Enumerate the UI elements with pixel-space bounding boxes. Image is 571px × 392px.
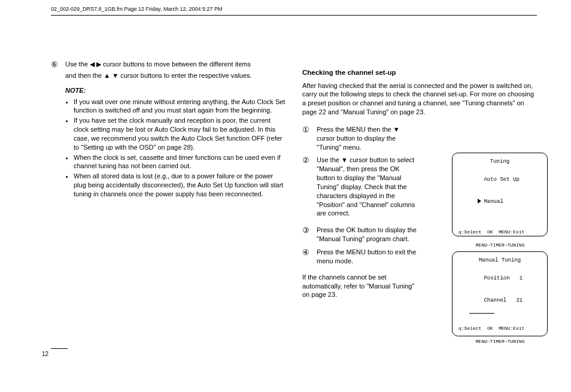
step1-c: "Tuning" menu.	[317, 144, 362, 151]
page-header: 02_002-029_DRS7.8_1GB.fm Page 12 Friday,…	[51, 6, 537, 12]
step-2: ② Use the ▼ cursor button to select "Man…	[302, 156, 419, 220]
screen-hint: q:Select OK MENU:Exit	[458, 229, 541, 236]
step6-text-d: cursor buttons to enter the respective v…	[120, 72, 252, 79]
notes-block: NOTE: If you wait over one minute withou…	[65, 86, 287, 199]
step-6: ⑥ Use the ◀ ▶ cursor buttons to move bet…	[51, 60, 287, 83]
step1-b: cursor button to display the	[317, 135, 396, 142]
step-number-3: ③	[302, 226, 312, 235]
note-item: If you have set the clock manually and r…	[74, 116, 287, 151]
step-number-1: ①	[302, 125, 312, 135]
tip-text: If the channels cannot be set automatica…	[302, 273, 419, 300]
screen2-chan: Channel 21	[458, 290, 541, 311]
triangle-right-icon: ▶	[96, 60, 101, 69]
note-item: When the clock is set, cassette and time…	[74, 153, 287, 171]
step-3: ③ Press the OK button to display the "Ma…	[302, 226, 419, 246]
header-left-text: 02_002-029_DRS7.8_1GB.fm Page 12 Friday,…	[51, 6, 223, 12]
triangle-down-icon: ▼	[112, 71, 119, 80]
step6-text-c: and then the	[65, 72, 104, 79]
step1-a: Press the MENU then the	[317, 126, 393, 133]
step6-text-b: cursor buttons to move between the diffe…	[103, 60, 251, 68]
step-number-6: ⑥	[51, 60, 60, 69]
page-number: 12	[42, 351, 48, 357]
note-item: When all stored data is lost (e.g., due …	[74, 172, 287, 199]
screen-title: Tuning	[458, 158, 541, 165]
screen2-hint: q:Select OK MENU:Exit	[458, 326, 541, 332]
note-item: If you wait over one minute without ente…	[74, 98, 287, 116]
osd-screen-tuning: Tuning Auto Set Up Manual q:Select OK ME…	[452, 153, 548, 236]
screen-line-manual: Manual	[458, 191, 541, 212]
header-rule	[51, 15, 537, 16]
osd-screen-manual-tuning: Manual Tuning Position 1 Channel 21 q:Se…	[452, 251, 548, 336]
step-1: ① Press the MENU then the ▼ cursor butto…	[302, 125, 419, 154]
step-number-2: ②	[302, 156, 312, 165]
screen2-footer: MENU→TIMER→TUNING	[458, 332, 541, 351]
triangle-down-icon: ▼	[393, 125, 400, 134]
triangle-left-icon: ◀	[90, 60, 95, 69]
step-6-body: Use the ◀ ▶ cursor buttons to move betwe…	[65, 60, 287, 83]
step-4: ④ Press the MENU button to exit the menu…	[302, 248, 419, 268]
left-column: ⑥ Use the ◀ ▶ cursor buttons to move bet…	[51, 60, 287, 201]
step2-b: cursor button to select "Manual", then p…	[317, 156, 415, 217]
triangle-down-icon: ▼	[341, 156, 348, 165]
screen-line-auto: Auto Set Up	[458, 169, 541, 190]
notes-list: If you wait over one minute without ente…	[74, 98, 287, 199]
section-heading: Checking the channel set-up	[302, 68, 539, 78]
step3-body: Press the OK button to display the "Manu…	[317, 226, 419, 244]
pointer-icon	[478, 199, 481, 203]
footer-short-rule	[51, 348, 68, 349]
step-number-4: ④	[302, 248, 312, 257]
screen2-title: Manual Tuning	[458, 257, 541, 264]
screen-separator	[469, 313, 494, 314]
step6-text-a: Use the	[65, 60, 90, 68]
section-intro: After having checked that the aerial is …	[302, 81, 536, 117]
step2-a: Use the	[317, 156, 341, 163]
right-column: Checking the channel set-up After having…	[302, 60, 539, 302]
step4-body: Press the MENU button to exit the menu m…	[317, 248, 419, 266]
note-label: NOTE:	[65, 86, 287, 95]
screen2-pos: Position 1	[458, 268, 541, 289]
triangle-up-icon: ▲	[104, 71, 110, 80]
